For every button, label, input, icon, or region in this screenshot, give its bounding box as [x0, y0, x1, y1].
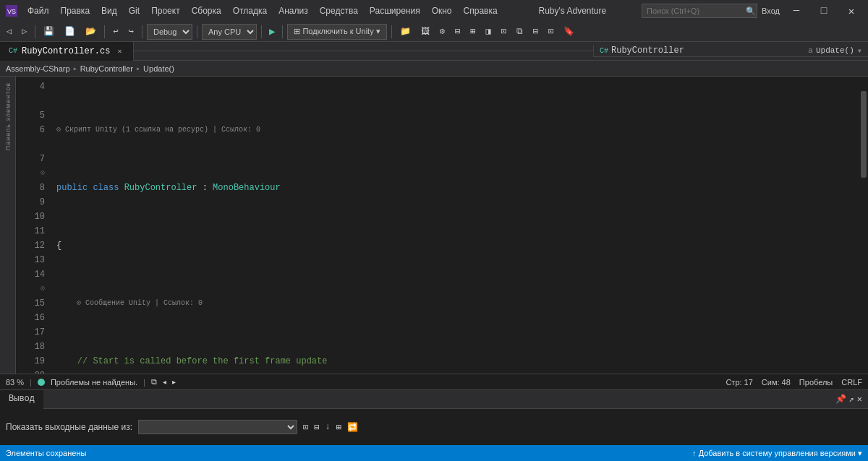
elements-saved-label: Элементы сохранены — [6, 449, 86, 457]
code-hint-7: ⊙ Сообщение Unity | Ссылок: 0 — [51, 296, 859, 311]
toolbar-undo-btn[interactable]: ↩ — [109, 24, 122, 40]
connect-unity-button[interactable]: ⊞ Подключить к Unity ▾ — [287, 24, 386, 40]
code-line-6: { — [51, 238, 859, 253]
search-icon: 🔍 — [746, 7, 756, 16]
output-source-dropdown[interactable] — [138, 420, 297, 434]
output-action-4[interactable]: ⊞ — [336, 422, 341, 433]
code-editor[interactable]: 4 5 6 7 ⊙ 8 9 10 11 12 13 14 ⊙ 15 16 17 … — [16, 77, 868, 374]
code-line-7: // Start is called before the first fram… — [51, 354, 859, 369]
toolbar-extra-btn1[interactable]: 📁 — [396, 24, 414, 40]
menu-tools[interactable]: Средства — [314, 0, 364, 22]
pane2-arrow: ▾ — [857, 46, 862, 56]
output-tab-output[interactable]: Вывод — [0, 390, 43, 409]
menu-build[interactable]: Сборка — [186, 0, 227, 22]
bottom-bar: Элементы сохранены ↑ Добавить в систему … — [0, 445, 868, 461]
output-action-2[interactable]: ⊟ — [314, 422, 319, 433]
tab-label: RubyController.cs — [22, 46, 110, 56]
toolbar-save-btn[interactable]: 💾 — [40, 24, 58, 40]
scrollbar-vertical[interactable] — [859, 77, 868, 374]
toolbar-extra-btn2[interactable]: 🖼 — [417, 24, 433, 40]
tab-ruby-controller[interactable]: C# RubyController.cs ✕ — [0, 42, 134, 61]
nav-left-icon[interactable]: ◂ — [163, 378, 166, 386]
debug-config-dropdown[interactable]: Debug — [147, 24, 192, 40]
toolbar-extra-btn10[interactable]: ⊡ — [545, 24, 557, 40]
toolbar-back-btn[interactable]: ◁ — [3, 24, 15, 40]
nav-right-icon[interactable]: ▸ — [172, 378, 176, 386]
output-action-5[interactable]: 🔁 — [347, 422, 358, 433]
status-left: 83 % | Проблемы не найдены. | ⧉ ◂ ▸ — [6, 377, 176, 387]
toolbar-extra-btn6[interactable]: ◨ — [482, 24, 494, 40]
tab-icon: C# — [9, 47, 17, 55]
version-control-label[interactable]: ↑ Добавить в систему управления версиями… — [692, 449, 862, 458]
filter-icon[interactable]: ⧉ — [151, 377, 157, 387]
output-pin-icon[interactable]: 📌 — [835, 394, 846, 405]
toolbar-extra-btn7[interactable]: ⊡ — [498, 24, 510, 40]
status-sep: | — [30, 378, 32, 387]
code-line-4: ⊙ Скрипт Unity (1 ссылка на ресурс) | Сс… — [51, 123, 859, 137]
toolbar-new-btn[interactable]: 📄 — [61, 24, 79, 40]
play-button[interactable]: ▶ — [266, 25, 278, 38]
user-login[interactable]: Вход — [762, 7, 780, 15]
menu-file[interactable]: Файл — [22, 0, 55, 22]
menu-edit[interactable]: Правка — [55, 0, 96, 22]
toolbar-redo-btn[interactable]: ↪ — [125, 24, 137, 40]
pane2-tab[interactable]: RubyController — [611, 46, 684, 56]
toolbar-sep-2 — [104, 25, 105, 38]
breadcrumb-method[interactable]: Update() — [143, 64, 174, 73]
menu-debug[interactable]: Отладка — [227, 0, 273, 22]
output-action-3[interactable]: ↓ — [325, 422, 330, 432]
title-bar-left: VS Файл Правка Вид Git Проект Сборка Отл… — [6, 0, 503, 22]
zoom-label: 83 % — [6, 378, 24, 387]
line-numbers: 4 5 6 7 ⊙ 8 9 10 11 12 13 14 ⊙ 15 16 17 … — [16, 77, 51, 374]
breadcrumb-assembly[interactable]: Assembly-CSharp — [6, 64, 70, 73]
toolbar-extra-btn8[interactable]: ⧉ — [513, 24, 527, 40]
menu-project[interactable]: Проект — [145, 0, 186, 22]
toolbar-open-btn[interactable]: 📂 — [82, 24, 100, 40]
title-bar-right: 🔍 Вход ─ □ ✕ — [642, 0, 862, 22]
scrollbar-thumb[interactable] — [861, 91, 867, 178]
toolbar-extra-btn11[interactable]: 🔖 — [560, 24, 578, 40]
toolbar-sep-5 — [261, 25, 262, 38]
menu-help[interactable]: Справка — [458, 0, 503, 22]
menu-view[interactable]: Вид — [95, 0, 123, 22]
output-tab-bar: Вывод 📌 ↗ ✕ — [0, 390, 868, 409]
tab-close-btn[interactable]: ✕ — [114, 46, 124, 56]
title-bar: VS Файл Правка Вид Git Проект Сборка Отл… — [0, 0, 868, 22]
output-move-icon[interactable]: ↗ — [849, 394, 854, 405]
output-close-icon[interactable]: ✕ — [857, 394, 862, 405]
app-icon: VS — [6, 5, 17, 17]
svg-text:VS: VS — [7, 8, 16, 15]
toolbar-sep-6 — [282, 25, 283, 38]
window-title: Ruby's Adventure — [539, 6, 607, 16]
unity-hint-4: ⊙ Скрипт Unity (1 ссылка на ресурс) | Сс… — [56, 123, 260, 137]
code-line-5: public class RubyController : MonoBehavi… — [51, 181, 859, 195]
toolbar-sep-4 — [197, 25, 197, 38]
toolbar-sep-1 — [35, 25, 35, 38]
output-content: Показать выходные данные из: ⊡ ⊟ ↓ ⊞ 🔁 — [0, 409, 868, 445]
output-action-1[interactable]: ⊡ — [303, 422, 308, 433]
code-content[interactable]: ⊙ Скрипт Unity (1 ссылка на ресурс) | Сс… — [51, 77, 859, 374]
maximize-button[interactable]: □ — [813, 0, 835, 22]
menu-window[interactable]: Окно — [426, 0, 458, 22]
status-right: Стр: 17 Сим: 48 Пробелы CRLF — [726, 378, 862, 387]
menu-analyze[interactable]: Анализ — [273, 0, 314, 22]
unity-hint-7a: ⊙ Сообщение Unity | Ссылок: 0 — [77, 296, 203, 311]
toolbar-extra-btn4[interactable]: ⊟ — [451, 24, 464, 40]
breadcrumb-class[interactable]: RubyController — [80, 64, 133, 73]
tab-area: C# RubyController.cs ✕ C# RubyController… — [0, 42, 868, 61]
errors-label: Проблемы не найдены. — [51, 378, 137, 387]
cpu-dropdown[interactable]: Any CPU — [202, 24, 257, 40]
toolbar-extra-btn5[interactable]: ⊞ — [467, 24, 479, 40]
menu-git[interactable]: Git — [123, 0, 145, 22]
menu-extensions[interactable]: Расширения — [364, 0, 426, 22]
toolbar: ◁ ▷ 💾 📄 📂 ↩ ↪ Debug Any CPU ▶ ⊞ Подключи… — [0, 22, 868, 42]
col-label: Сим: 48 — [762, 378, 791, 387]
toolbar-extra-btn3[interactable]: ⚙ — [436, 24, 448, 40]
minimize-button[interactable]: ─ — [786, 0, 807, 22]
main-area: Панель элементов 4 5 6 7 ⊙ 8 9 10 11 12 … — [0, 77, 868, 374]
close-button[interactable]: ✕ — [841, 0, 862, 22]
toolbar-forward-btn[interactable]: ▷ — [18, 24, 30, 40]
output-dropdown-label: Показать выходные данные из: — [6, 422, 132, 432]
search-input[interactable] — [642, 4, 757, 18]
toolbar-extra-btn9[interactable]: ⊟ — [529, 24, 542, 40]
